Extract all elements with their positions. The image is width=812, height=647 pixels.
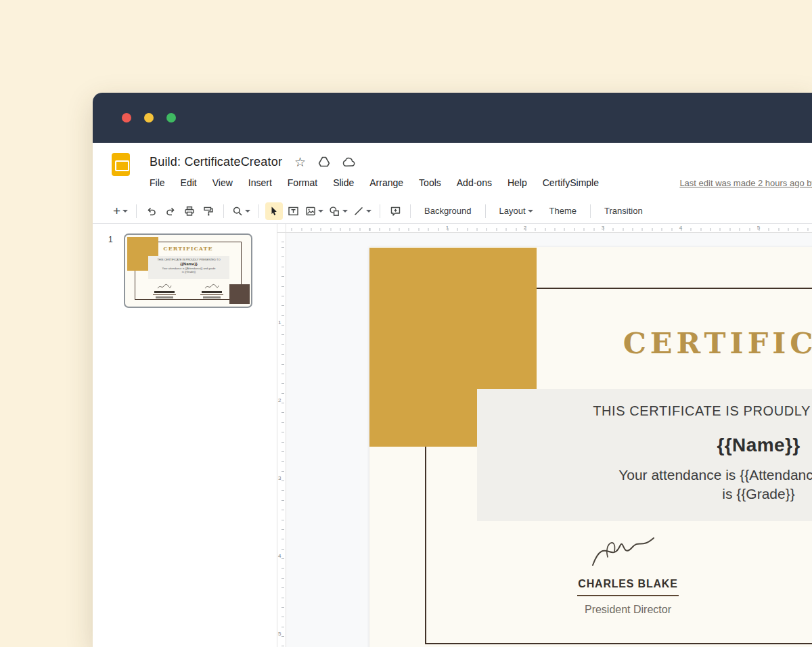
print-button[interactable] bbox=[181, 202, 198, 220]
v-ruler-mark: 2 bbox=[278, 397, 281, 404]
close-window-button[interactable] bbox=[122, 113, 131, 122]
layout-button[interactable]: Layout bbox=[492, 202, 541, 220]
new-slide-caret-icon bbox=[122, 210, 128, 213]
v-ruler-mark: 1 bbox=[278, 319, 281, 326]
select-tool-button[interactable] bbox=[265, 202, 283, 220]
menu-bar: File Edit View Insert Format Slide Arran… bbox=[150, 173, 812, 193]
toolbar-separator bbox=[380, 204, 380, 218]
app-header: Build: CertificateCreator ☆ File Edit Vi… bbox=[93, 143, 812, 198]
window-titlebar bbox=[93, 93, 812, 143]
menu-insert[interactable]: Insert bbox=[248, 177, 272, 188]
menu-slide[interactable]: Slide bbox=[333, 177, 354, 188]
drive-icon[interactable] bbox=[318, 156, 330, 167]
attendance-text-line2[interactable]: is {{Grade}} bbox=[477, 485, 812, 503]
thumb-gray-panel: THIS CERTIFICATE IS PROUDLY PRESENTED TO… bbox=[148, 256, 229, 279]
thumb-certificate-title: CERTIFICATE bbox=[125, 245, 251, 252]
presented-text[interactable]: THIS CERTIFICATE IS PROUDLY PRESENTED TO bbox=[477, 401, 812, 420]
menu-arrange[interactable]: Arrange bbox=[369, 177, 403, 188]
certificate-gray-panel[interactable]: THIS CERTIFICATE IS PROUDLY PRESENTED TO… bbox=[477, 389, 812, 521]
slide-thumbnail[interactable]: CERTIFICATE THIS CERTIFICATE IS PROUDLY … bbox=[124, 233, 252, 308]
layout-button-label: Layout bbox=[499, 206, 526, 216]
menu-format[interactable]: Format bbox=[288, 177, 317, 188]
slide-filmstrip: 1 CERTIFICATE THIS CERTIFICATE IS PROUDL… bbox=[93, 224, 277, 647]
slide-number: 1 bbox=[108, 235, 113, 244]
signer-title-text[interactable]: President Director bbox=[585, 603, 671, 617]
certificate-title-text[interactable]: CERTIFICATE bbox=[369, 326, 812, 361]
transition-button[interactable]: Transition bbox=[597, 202, 650, 220]
insert-line-button[interactable] bbox=[351, 202, 374, 220]
app-window: Build: CertificateCreator ☆ File Edit Vi… bbox=[93, 93, 812, 647]
toolbar-separator bbox=[410, 204, 411, 218]
toolbar-separator bbox=[485, 204, 486, 218]
v-ruler-mark: 4 bbox=[278, 553, 281, 560]
menu-view[interactable]: View bbox=[212, 177, 233, 188]
vertical-ruler[interactable]: 1 2 3 4 5 bbox=[277, 233, 286, 647]
toolbar-separator bbox=[590, 204, 591, 218]
h-ruler-mark: 2 bbox=[522, 225, 528, 231]
signer-name-text[interactable]: CHARLES BLAKE bbox=[578, 577, 677, 591]
menu-help[interactable]: Help bbox=[508, 177, 527, 188]
toolbar: + bbox=[93, 198, 812, 224]
thumb-signature-graphic bbox=[204, 284, 219, 290]
h-ruler-mark: 3 bbox=[600, 225, 606, 231]
name-placeholder-text[interactable]: {{Name}} bbox=[477, 434, 812, 457]
thumb-grade-line: is {{Grade}} bbox=[148, 270, 229, 273]
document-title[interactable]: Build: CertificateCreator bbox=[150, 155, 282, 169]
toolbar-separator bbox=[223, 204, 224, 218]
undo-button[interactable] bbox=[143, 202, 160, 220]
h-ruler-mark: 1 bbox=[444, 225, 451, 231]
toolbar-separator bbox=[136, 204, 137, 218]
paint-format-button[interactable] bbox=[200, 202, 217, 220]
signature-underline bbox=[577, 595, 679, 596]
star-icon[interactable]: ☆ bbox=[294, 156, 306, 169]
horizontal-ruler[interactable]: 1 2 3 4 5 bbox=[286, 224, 812, 233]
ruler-corner bbox=[277, 224, 286, 233]
insert-comment-button[interactable] bbox=[386, 202, 404, 220]
attendance-text-line1[interactable]: Your attendance is {{Attendance}} and gr… bbox=[477, 466, 812, 484]
background-button[interactable]: Background bbox=[417, 202, 478, 220]
menu-addons[interactable]: Add-ons bbox=[457, 177, 492, 188]
thumb-name-placeholder: {{Name}} bbox=[148, 261, 229, 267]
layout-caret-icon bbox=[528, 210, 533, 213]
last-edit-link[interactable]: Last edit was made 2 hours ago by bbox=[679, 178, 812, 188]
insert-line-caret-icon bbox=[366, 210, 371, 213]
insert-image-caret-icon bbox=[318, 210, 323, 213]
zoom-button[interactable] bbox=[230, 202, 252, 220]
insert-image-button[interactable] bbox=[303, 202, 325, 220]
theme-button[interactable]: Theme bbox=[542, 202, 584, 220]
zoom-window-button[interactable] bbox=[166, 113, 176, 122]
h-ruler-mark: 4 bbox=[677, 225, 684, 231]
menu-edit[interactable]: Edit bbox=[181, 177, 197, 188]
thumb-signature-graphic bbox=[157, 284, 172, 290]
cloud-saved-icon[interactable] bbox=[342, 157, 356, 167]
insert-shape-caret-icon bbox=[342, 210, 348, 213]
thumb-brown-square bbox=[229, 284, 250, 304]
v-ruler-mark: 3 bbox=[278, 475, 281, 482]
toolbar-separator bbox=[258, 204, 259, 218]
h-ruler-mark: 5 bbox=[755, 225, 762, 231]
zoom-caret-icon bbox=[245, 210, 250, 213]
slide-canvas: 1 2 3 4 5 1 2 3 4 5 CERTIFICATE THIS CER… bbox=[277, 224, 812, 647]
menu-file[interactable]: File bbox=[150, 177, 165, 188]
new-slide-button[interactable]: + bbox=[111, 202, 130, 220]
signature-block[interactable]: CHARLES BLAKE President Director bbox=[564, 526, 692, 617]
menu-tools[interactable]: Tools bbox=[419, 177, 441, 188]
v-ruler-mark: 5 bbox=[278, 631, 281, 638]
thumb-signature-left bbox=[150, 284, 179, 298]
minimize-window-button[interactable] bbox=[144, 113, 154, 122]
signature-graphic bbox=[587, 526, 669, 575]
insert-shape-button[interactable] bbox=[327, 202, 350, 220]
text-box-button[interactable] bbox=[284, 202, 302, 220]
slides-app-icon[interactable] bbox=[112, 153, 130, 176]
slide-editor-page[interactable]: CERTIFICATE THIS CERTIFICATE IS PROUDLY … bbox=[369, 247, 812, 647]
menu-certifysimple[interactable]: CertifySimple bbox=[543, 177, 599, 188]
redo-button[interactable] bbox=[162, 202, 179, 220]
thumb-signature-right bbox=[197, 284, 227, 298]
